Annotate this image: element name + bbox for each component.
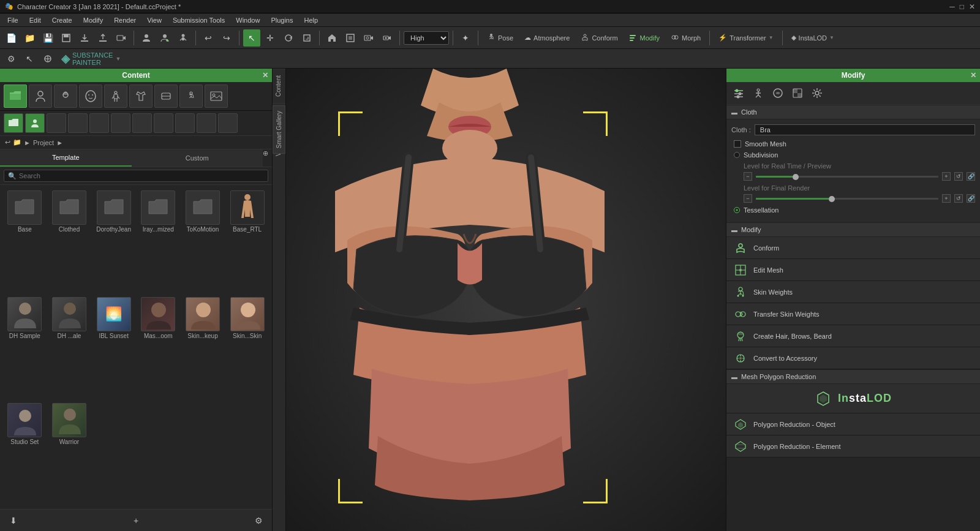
vtab-content[interactable]: Content <box>273 69 285 103</box>
modify-gear-btn[interactable] <box>809 85 826 102</box>
modify-skeleton-btn[interactable] <box>750 85 767 102</box>
back-arrow[interactable]: ↩ <box>5 138 10 146</box>
final-slider-reset[interactable]: ↺ <box>954 194 963 203</box>
download-button[interactable]: ⬇ <box>5 512 22 529</box>
cloth-icon-btn[interactable] <box>129 85 153 108</box>
list-item[interactable]: Iray...mized <box>137 189 179 293</box>
menu-view[interactable]: View <box>142 15 167 25</box>
close-button[interactable]: ✕ <box>969 2 975 11</box>
move-button[interactable]: ✛ <box>262 29 279 47</box>
polygon-reduction-header[interactable]: ▬ Mesh Polygon Reduction <box>726 369 980 384</box>
instalod-action-btn[interactable]: InstaLOD <box>726 384 980 413</box>
square-btn3[interactable] <box>89 113 109 133</box>
menu-file[interactable]: File <box>2 15 23 25</box>
record-button[interactable] <box>379 29 396 47</box>
viewport[interactable] <box>286 69 726 531</box>
subdivision-row[interactable]: Subdivision <box>731 151 975 159</box>
smooth-mesh-row[interactable]: Smooth Mesh <box>731 140 975 148</box>
open-button[interactable]: 📁 <box>21 29 38 47</box>
home-button[interactable] <box>323 29 341 47</box>
square-btn2[interactable] <box>68 113 88 133</box>
convert-accessory-btn[interactable]: Convert to Accessory <box>726 347 980 369</box>
list-item[interactable]: Base_RTL <box>226 189 268 293</box>
transfer-skin-btn[interactable]: Transfer Skin Weights <box>726 303 980 325</box>
square-btn7[interactable] <box>175 113 195 133</box>
folder-icon-btn[interactable] <box>4 85 27 108</box>
list-item[interactable]: ToKoMotion <box>182 189 224 293</box>
modify-toolbar-button[interactable]: Modify <box>624 29 665 47</box>
content-close-button[interactable]: ✕ <box>262 71 268 80</box>
list-item[interactable]: Base <box>4 189 46 293</box>
project-label[interactable]: Project <box>33 139 54 146</box>
modify-sliders-btn[interactable] <box>730 85 747 102</box>
polygon-object-btn[interactable]: Polygon Reduction - Object <box>726 413 980 435</box>
import-button[interactable] <box>94 29 111 47</box>
breadcrumb-item[interactable]: ► <box>24 139 31 146</box>
redo-button[interactable]: ↪ <box>218 29 235 47</box>
list-item[interactable]: Studio Set <box>4 401 46 505</box>
final-slider-plus[interactable]: + <box>942 194 951 203</box>
save-as-button[interactable] <box>58 29 75 47</box>
smooth-mesh-checkbox[interactable] <box>734 140 741 148</box>
smart-gallery-tab[interactable]: Smart Gallery <box>273 105 285 154</box>
custom-tab[interactable]: Custom <box>132 149 263 167</box>
hair-icon-btn[interactable] <box>54 85 77 108</box>
new-button[interactable]: 📄 <box>2 29 20 47</box>
light-button[interactable]: ✦ <box>457 29 474 47</box>
select-button[interactable]: ↖ <box>243 29 260 47</box>
tab-options-btn[interactable]: ⊕ <box>263 149 272 167</box>
final-slider-track[interactable] <box>756 198 938 200</box>
realtime-slider-link[interactable]: 🔗 <box>967 172 975 181</box>
face-icon-btn[interactable] <box>79 85 102 108</box>
list-item[interactable]: Skin...keup <box>182 295 224 399</box>
maximize-button[interactable]: □ <box>960 2 964 11</box>
list-item[interactable]: DH ...ale <box>48 295 91 399</box>
cloth-section-header[interactable]: ▬ Cloth <box>726 105 980 119</box>
search-input[interactable] <box>4 170 268 182</box>
list-item[interactable]: Warrior <box>48 401 91 505</box>
menu-help[interactable]: Help <box>299 15 323 25</box>
add-content-button[interactable]: + <box>127 512 145 529</box>
accessory-icon-btn[interactable] <box>154 85 178 108</box>
image-icon-btn[interactable] <box>205 85 228 108</box>
settings-sub-button[interactable]: ⚙ <box>2 50 20 67</box>
dummy-button[interactable] <box>175 29 192 47</box>
menu-render[interactable]: Render <box>109 15 141 25</box>
list-item[interactable]: DorothyJean <box>92 189 135 293</box>
square-btn9[interactable] <box>218 113 238 133</box>
menu-edit[interactable]: Edit <box>24 15 46 25</box>
menu-submission[interactable]: Submission Tools <box>168 15 230 25</box>
list-item[interactable]: 🌅 IBL Sunset <box>92 295 135 399</box>
menu-create[interactable]: Create <box>47 15 77 25</box>
substance-painter-widget[interactable]: ◈ SUBSTANCEPAINTER ▼ <box>61 51 121 66</box>
scale-button[interactable] <box>298 29 315 47</box>
modify-close-button[interactable]: ✕ <box>970 71 976 80</box>
quality-dropdown[interactable]: High Medium Low <box>404 31 449 45</box>
tessellation-row[interactable]: Tessellation <box>731 206 975 214</box>
list-item[interactable]: Skin...Skin <box>226 295 268 399</box>
select-sub-button[interactable]: ↖ <box>21 50 38 67</box>
realtime-slider-plus[interactable]: + <box>942 172 951 181</box>
person-green-btn[interactable] <box>25 113 45 133</box>
polygon-element-btn[interactable]: Polygon Reduction - Element <box>726 435 980 458</box>
body-icon-btn[interactable] <box>104 85 127 108</box>
template-tab[interactable]: Template <box>0 149 132 167</box>
realtime-slider-track[interactable] <box>756 176 938 178</box>
square-btn5[interactable] <box>132 113 152 133</box>
realtime-slider-minus[interactable]: − <box>744 172 752 181</box>
list-item[interactable]: Clothed <box>48 189 91 293</box>
final-slider-thumb[interactable] <box>829 196 835 202</box>
motion-icon-btn[interactable] <box>179 85 203 108</box>
conform-button[interactable]: Conform <box>576 29 622 47</box>
square-btn6[interactable] <box>154 113 173 133</box>
square-btn8[interactable] <box>197 113 216 133</box>
undo-button[interactable]: ↩ <box>200 29 217 47</box>
realtime-slider-reset[interactable]: ↺ <box>954 172 963 181</box>
list-item[interactable]: Mas...oom <box>137 295 179 399</box>
minimize-button[interactable]: ─ <box>949 2 955 11</box>
frame-all-button[interactable] <box>342 29 359 47</box>
square-btn1[interactable] <box>47 113 66 133</box>
square-btn4[interactable] <box>111 113 130 133</box>
edit-mesh-btn[interactable]: Edit Mesh <box>726 259 980 281</box>
tessellation-radio[interactable] <box>734 207 740 213</box>
